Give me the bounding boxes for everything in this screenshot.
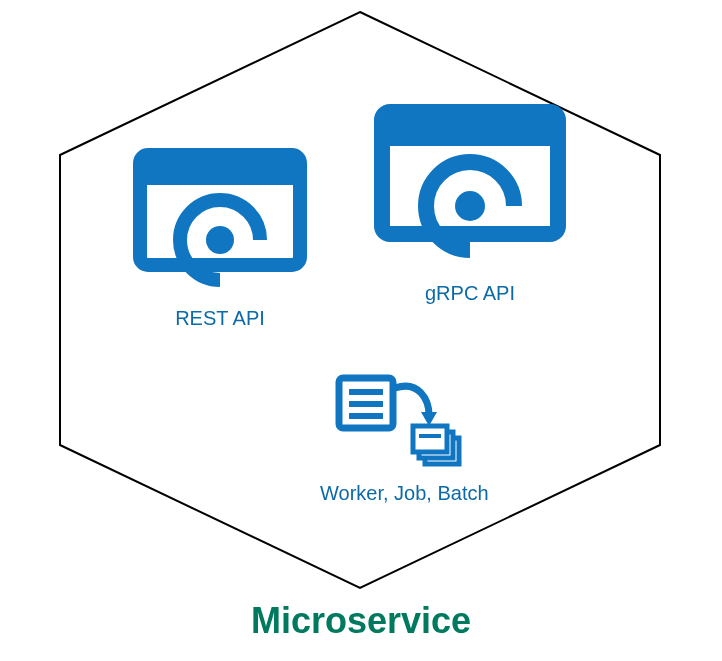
grpc-api-icon [370,100,570,270]
diagram-canvas: REST API gRPC API Worker, Job, Ba [0,0,722,661]
diagram-title: Microservice [0,600,722,642]
svg-point-3 [206,226,234,254]
svg-rect-2 [140,155,300,185]
node-grpc-api: gRPC API [370,100,570,305]
svg-rect-14 [413,426,447,452]
node-rest-api: REST API [130,145,310,330]
rest-api-icon [130,145,310,295]
worker-job-batch-icon [329,370,479,470]
grpc-api-label: gRPC API [370,282,570,305]
svg-point-6 [455,191,485,221]
node-worker: Worker, Job, Batch [320,370,489,505]
hexagon-outline [0,0,722,661]
svg-rect-5 [382,112,558,146]
rest-api-label: REST API [130,307,310,330]
worker-label: Worker, Job, Batch [320,482,489,505]
